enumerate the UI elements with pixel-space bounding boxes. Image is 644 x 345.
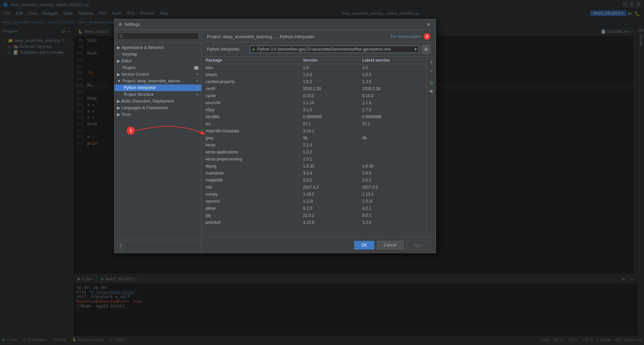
interpreter-value: ● Python 3.6 (tensorflow-gpu) D:\anacond… xyxy=(252,47,391,52)
cell-package: cached-property xyxy=(202,78,299,85)
right-toolbar: + − ↻ 👁 xyxy=(426,57,436,237)
col-package: Package xyxy=(202,57,299,64)
ok-button[interactable]: OK xyxy=(354,241,374,250)
table-row[interactable]: keras 2.1.0 xyxy=(202,142,436,149)
table-row[interactable]: protobuf 3.15.8 3.2.0 xyxy=(202,219,436,226)
cancel-button[interactable]: Cancel xyxy=(377,241,404,250)
cell-package: bleach xyxy=(202,71,299,78)
col-latest: Latest version xyxy=(358,57,436,64)
interpreter-select[interactable]: ● Python 3.6 (tensorflow-gpu) D:\anacond… xyxy=(250,46,419,53)
nav-project[interactable]: ▼ Project: deep_ensemble_learnin... ✎ xyxy=(114,78,201,84)
nav-languages[interactable]: ▶ Languages & Frameworks xyxy=(114,105,201,111)
table-row[interactable]: html5lib 0.9999999 0.9999999 xyxy=(202,114,436,121)
cell-version: 1.0.2l xyxy=(299,198,359,205)
table-row[interactable]: numpy 1.19.5 1.13.1 xyxy=(202,191,436,198)
table-row[interactable]: blas 1.0 1.0 xyxy=(202,64,436,71)
cell-package: libpng xyxy=(202,163,299,170)
expand-icon-project: ▼ xyxy=(117,79,121,83)
add-package-button[interactable]: + xyxy=(427,58,435,66)
table-row[interactable]: certifi 2016.2.28 2016.2.28 xyxy=(202,85,436,92)
table-row[interactable]: h5py 3.1.0 2.7.0 xyxy=(202,107,436,114)
interpreter-text: Python 3.6 (tensorflow-gpu) D:\anaconda3… xyxy=(257,47,391,52)
nav-label-tools: Tools xyxy=(121,112,131,117)
cell-latest: 57.1 xyxy=(358,121,436,128)
table-row[interactable]: pip 21.0.1 9.0.1 xyxy=(202,212,436,219)
dialog-right-content: Project: deep_ensemble_learning... › Pyt… xyxy=(202,30,436,253)
nav-project-structure[interactable]: Project Structure ✎ xyxy=(114,91,201,98)
cell-latest: 1.1.6 xyxy=(358,99,436,107)
table-row[interactable]: cached-property 1.5.2 1.3.0 xyxy=(202,78,436,85)
cell-latest: 0.9999999 xyxy=(358,114,436,121)
table-row[interactable]: importlib-metadata 3.10.1 xyxy=(202,128,436,135)
cell-latest: 1.3.0 xyxy=(358,78,436,85)
cell-latest: 9.0.1 xyxy=(358,212,436,219)
cell-package: cycler xyxy=(202,92,299,99)
table-row[interactable]: markdown 3.3.4 2.6.9 xyxy=(202,170,436,177)
nav-tools[interactable]: ▶ Tools xyxy=(114,111,201,118)
cell-version: 2.1.0 xyxy=(299,142,359,149)
nav-label-keymap: Keymap xyxy=(122,52,137,57)
cell-latest xyxy=(358,142,436,149)
remove-package-button[interactable]: − xyxy=(427,67,435,75)
dialog-close-button[interactable]: ✕ xyxy=(426,21,432,27)
cell-package: blas xyxy=(202,64,299,71)
cell-version: 1.0.2 xyxy=(299,149,359,156)
cell-latest: 2.0.2 xyxy=(358,177,436,184)
cell-package: enum34 xyxy=(202,99,299,107)
cell-latest: 3.2.0 xyxy=(358,219,436,226)
nav-appearance[interactable]: ▶ Appearance & Behavior xyxy=(114,44,201,51)
table-row[interactable]: enum34 1.1.10 1.1.6 xyxy=(202,99,436,107)
nav-keymap[interactable]: Keymap xyxy=(114,51,201,58)
cell-latest: 2.6.9 xyxy=(358,170,436,177)
nav-label-project: Project: deep_ensemble_learnin... xyxy=(122,79,183,83)
package-table: Package Version Latest version blas 1.0 … xyxy=(202,57,436,226)
table-row[interactable]: libpng 1.6.30 1.6.30 xyxy=(202,163,436,170)
nav-editor[interactable]: ▶ Editor xyxy=(114,58,201,64)
for-current-project-link[interactable]: For current project xyxy=(391,34,421,39)
cell-package: icu xyxy=(202,121,299,128)
refresh-button[interactable]: ↻ xyxy=(427,79,435,87)
nav-label-lang: Languages & Frameworks xyxy=(121,106,168,110)
table-row[interactable]: keras-applications 1.0.2 xyxy=(202,149,436,156)
nav-label-structure: Project Structure xyxy=(124,92,154,97)
table-header-row: Package Version Latest version xyxy=(202,57,436,64)
table-row[interactable]: pillow 8.2.0 4.2.1 xyxy=(202,205,436,212)
cell-package: certifi xyxy=(202,85,299,92)
dialog-title-bar: ⚙ Settings ✕ xyxy=(114,19,436,30)
cell-version: 9b xyxy=(299,135,359,142)
show-details-button[interactable]: 👁 xyxy=(427,87,435,95)
interpreter-gear-button[interactable]: ⚙ xyxy=(422,45,430,54)
nav-version-control[interactable]: ▶ Version Control ✎ xyxy=(114,71,201,78)
project-edit-icon: ✎ xyxy=(196,79,199,83)
cell-package: keras-applications xyxy=(202,149,299,156)
nav-python-interpreter[interactable]: Python Interpreter ✎ xyxy=(114,84,201,91)
table-row[interactable]: openssl 1.0.2l 1.0.2l xyxy=(202,198,436,205)
help-button[interactable]: ? xyxy=(117,243,124,250)
nav-label-editor: Editor xyxy=(121,59,132,63)
interpreter-label: Python Interpreter: xyxy=(207,47,247,52)
nav-label-appearance: Appearance & Behavior xyxy=(121,45,164,50)
structure-edit-icon: ✎ xyxy=(196,93,199,96)
cell-version: 57.1 xyxy=(299,121,359,128)
plugins-badge: 1 xyxy=(194,66,199,70)
col-version: Version xyxy=(299,57,359,64)
cell-latest: 9b xyxy=(358,135,436,142)
table-row[interactable]: icu 57.1 57.1 xyxy=(202,121,436,128)
cell-version: 2.0.2 xyxy=(299,177,359,184)
cell-package: protobuf xyxy=(202,219,299,226)
table-row[interactable]: matplotlib 2.0.2 2.0.2 xyxy=(202,177,436,184)
package-table-container: Package Version Latest version blas 1.0 … xyxy=(202,57,436,237)
table-row[interactable]: jpeg 9b 9b xyxy=(202,135,436,142)
table-row[interactable]: keras-preprocessing 1.0.1 xyxy=(202,156,436,163)
cell-version: 3.1.0 xyxy=(299,107,359,114)
dialog-search-input[interactable] xyxy=(117,32,199,40)
cell-package: pillow xyxy=(202,205,299,212)
cell-version: 3.3.4 xyxy=(299,170,359,177)
table-row[interactable]: mkl 2017.0.3 2017.0.3 xyxy=(202,184,436,191)
table-row[interactable]: bleach 1.5.0 1.5.0 xyxy=(202,71,436,78)
cell-version: 0.10.0 xyxy=(299,92,359,99)
nav-plugins[interactable]: Plugins 1 xyxy=(114,64,201,71)
table-row[interactable]: cycler 0.10.0 0.10.0 xyxy=(202,92,436,99)
nav-build[interactable]: ▶ Build, Execution, Deployment xyxy=(114,98,201,105)
apply-button[interactable]: Apply xyxy=(406,241,430,250)
